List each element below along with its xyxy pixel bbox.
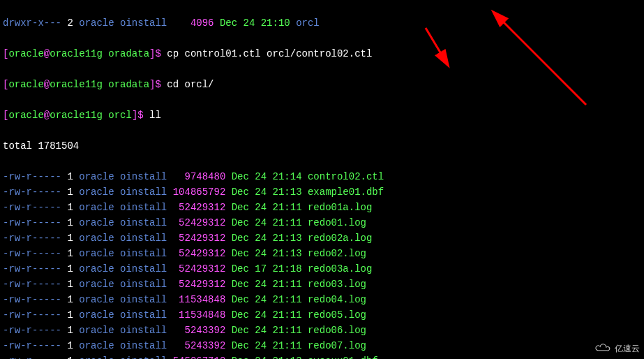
ls-row: -rw-r----- 1 oracle oinstall 5243392 Dec… xyxy=(3,338,641,353)
file-size: 52429312 xyxy=(173,279,226,290)
file-perm: -rw-r----- xyxy=(3,248,61,259)
file-owner: oracle xyxy=(79,340,114,351)
file-owner: oracle xyxy=(79,263,114,274)
ls-row: -rw-r----- 1 oracle oinstall 52429312 De… xyxy=(3,261,641,277)
file-date: Dec 17 21:18 xyxy=(232,263,302,274)
file-date: Dec 24 21:11 xyxy=(232,340,302,351)
file-group: oinstall xyxy=(120,279,167,290)
command-text: cp control01.ctl orcl/control02.ctl xyxy=(167,48,372,59)
file-owner: oracle xyxy=(79,325,114,336)
file-perm: drwxr-x--- xyxy=(3,17,61,29)
command-text: cd orcl/ xyxy=(167,79,214,90)
file-group: oinstall xyxy=(120,202,167,213)
file-group: oinstall xyxy=(120,356,167,359)
file-name: redo01.log xyxy=(308,217,366,228)
file-links: 1 xyxy=(67,294,73,305)
file-links: 1 xyxy=(67,171,73,182)
file-owner: oracle xyxy=(79,248,114,259)
file-date: Dec 24 21:11 xyxy=(232,294,302,305)
file-date: Dec 24 21:11 xyxy=(232,309,302,321)
file-size: 11534848 xyxy=(173,309,226,321)
file-perm: -rw-r----- xyxy=(3,279,61,290)
file-date: Dec 24 21:13 xyxy=(232,248,302,259)
prompt-line: [oracle@oracle11g orcl]$ ll xyxy=(3,108,641,123)
total-line: total 1781504 xyxy=(3,138,641,154)
file-size: 52429312 xyxy=(173,202,226,213)
file-name: sysaux01.dbf xyxy=(308,356,378,359)
file-links: 1 xyxy=(67,356,73,359)
file-owner: oracle xyxy=(79,279,114,290)
file-name: example01.dbf xyxy=(308,186,384,198)
file-links: 1 xyxy=(67,340,73,351)
file-group: oinstall xyxy=(120,340,167,351)
file-owner: oracle xyxy=(79,202,114,213)
file-date: Dec 24 21:13 xyxy=(232,356,302,359)
file-size: 545267712 xyxy=(173,356,226,359)
file-date: Dec 24 21:11 xyxy=(232,325,302,336)
file-links: 1 xyxy=(67,248,73,259)
file-perm: -rw-r----- xyxy=(3,202,61,213)
file-group: oinstall xyxy=(120,171,167,182)
file-name: redo04.log xyxy=(308,294,366,305)
file-name: control02.ctl xyxy=(308,171,384,182)
file-owner: oracle xyxy=(79,217,114,228)
file-perm: -rw-r----- xyxy=(3,325,61,336)
ls-row: -rw-r----- 1 oracle oinstall 9748480 Dec… xyxy=(3,169,641,184)
ls-row: -rw-r----- 1 oracle oinstall 11534848 De… xyxy=(3,292,641,307)
file-owner: oracle xyxy=(79,17,114,29)
file-group: oinstall xyxy=(120,233,167,244)
file-date: Dec 24 21:13 xyxy=(232,186,302,198)
file-perm: -rw-r----- xyxy=(3,233,61,244)
file-name: redo03a.log xyxy=(308,263,372,274)
file-name: redo03.log xyxy=(308,279,366,290)
terminal[interactable]: drwxr-x--- 2 oracle oinstall 4096 Dec 24… xyxy=(0,0,644,359)
file-date: Dec 24 21:13 xyxy=(232,233,302,244)
file-group: oinstall xyxy=(120,186,167,198)
file-date: Dec 24 21:11 xyxy=(232,202,302,213)
file-perm: -rw-r----- xyxy=(3,217,61,228)
file-perm: -rw-r----- xyxy=(3,340,61,351)
file-links: 1 xyxy=(67,186,73,198)
file-owner: oracle xyxy=(79,186,114,198)
watermark-text: 亿速云 xyxy=(615,341,640,356)
file-size: 5243392 xyxy=(173,325,226,336)
file-perm: -rw-r----- xyxy=(3,263,61,274)
file-perm: -rw-r----- xyxy=(3,294,61,305)
file-name: redo02a.log xyxy=(308,233,372,244)
file-group: oinstall xyxy=(120,217,167,228)
file-group: oinstall xyxy=(120,294,167,305)
file-size: 11534848 xyxy=(173,294,226,305)
file-size: 9748480 xyxy=(173,171,226,182)
file-group: oinstall xyxy=(120,248,167,259)
ls-row: -rw-r----- 1 oracle oinstall 52429312 De… xyxy=(3,200,641,215)
file-links: 1 xyxy=(67,263,73,274)
file-size: 4096 xyxy=(173,17,214,29)
file-links: 1 xyxy=(67,279,73,290)
ls-row: -rw-r----- 1 oracle oinstall 52429312 De… xyxy=(3,215,641,230)
file-perm: -rw-r----- xyxy=(3,171,61,182)
file-date: Dec 24 21:14 xyxy=(232,171,302,182)
file-owner: oracle xyxy=(79,233,114,244)
file-group: oinstall xyxy=(120,325,167,336)
file-name: redo02.log xyxy=(308,248,366,259)
file-date: Dec 24 21:11 xyxy=(232,217,302,228)
file-name: redo01a.log xyxy=(308,202,372,213)
file-perm: -rw-r----- xyxy=(3,186,61,198)
file-size: 52429312 xyxy=(173,248,226,259)
file-size: 52429312 xyxy=(173,233,226,244)
file-size: 52429312 xyxy=(173,217,226,228)
command-text: ll xyxy=(149,110,161,121)
file-size: 52429312 xyxy=(173,263,226,274)
file-owner: oracle xyxy=(79,309,114,321)
file-perm: -rw-r----- xyxy=(3,356,61,359)
ls-row: -rw-r----- 1 oracle oinstall 545267712 D… xyxy=(3,353,641,359)
ls-row: -rw-r----- 1 oracle oinstall 104865792 D… xyxy=(3,184,641,200)
file-links: 1 xyxy=(67,202,73,213)
ls-row: -rw-r----- 1 oracle oinstall 52429312 De… xyxy=(3,246,641,261)
file-owner: oracle xyxy=(79,171,114,182)
file-links: 1 xyxy=(67,233,73,244)
file-group: oinstall xyxy=(120,17,167,29)
file-links: 1 xyxy=(67,217,73,228)
file-owner: oracle xyxy=(79,294,114,305)
file-size: 104865792 xyxy=(173,186,226,198)
